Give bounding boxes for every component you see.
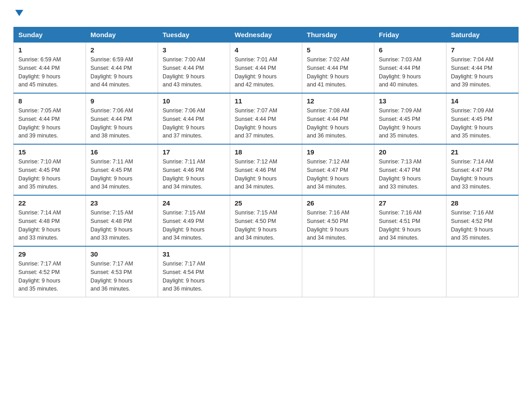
day-info: Sunrise: 7:09 AMSunset: 4:45 PMDaylight:… [379,107,442,140]
day-info: Sunrise: 7:04 AMSunset: 4:44 PMDaylight:… [451,56,514,89]
day-number: 17 [163,148,225,156]
day-number: 22 [18,199,81,207]
day-cell-12: 12Sunrise: 7:08 AMSunset: 4:44 PMDayligh… [302,93,374,144]
day-info: Sunrise: 7:11 AMSunset: 4:45 PMDaylight:… [90,158,153,191]
empty-cell [446,246,519,297]
day-info: Sunrise: 7:12 AMSunset: 4:46 PMDaylight:… [235,158,297,191]
day-cell-31: 31Sunrise: 7:17 AMSunset: 4:54 PMDayligh… [158,246,230,297]
day-cell-18: 18Sunrise: 7:12 AMSunset: 4:46 PMDayligh… [230,144,302,195]
empty-cell [230,246,302,297]
day-cell-22: 22Sunrise: 7:14 AMSunset: 4:48 PMDayligh… [14,195,86,246]
week-row-5: 29Sunrise: 7:17 AMSunset: 4:52 PMDayligh… [14,246,519,297]
day-number: 21 [451,148,514,156]
day-info: Sunrise: 7:16 AMSunset: 4:50 PMDaylight:… [307,209,369,242]
day-info: Sunrise: 7:17 AMSunset: 4:52 PMDaylight:… [18,260,81,293]
col-header-monday: Monday [86,27,158,43]
day-cell-19: 19Sunrise: 7:12 AMSunset: 4:47 PMDayligh… [302,144,374,195]
day-info: Sunrise: 7:01 AMSunset: 4:44 PMDaylight:… [235,56,297,89]
day-number: 15 [18,148,81,156]
day-number: 23 [90,199,153,207]
day-info: Sunrise: 7:02 AMSunset: 4:44 PMDaylight:… [307,56,369,89]
day-info: Sunrise: 7:06 AMSunset: 4:44 PMDaylight:… [163,107,225,140]
day-cell-5: 5Sunrise: 7:02 AMSunset: 4:44 PMDaylight… [302,43,374,94]
day-cell-7: 7Sunrise: 7:04 AMSunset: 4:44 PMDaylight… [446,43,519,94]
calendar-table: SundayMondayTuesdayWednesdayThursdayFrid… [13,27,519,297]
day-info: Sunrise: 7:06 AMSunset: 4:44 PMDaylight:… [90,107,153,140]
day-number: 25 [235,199,297,207]
day-info: Sunrise: 7:09 AMSunset: 4:45 PMDaylight:… [451,107,514,140]
logo-triangle-icon [14,8,24,18]
day-cell-4: 4Sunrise: 7:01 AMSunset: 4:44 PMDaylight… [230,43,302,94]
day-number: 7 [451,46,514,54]
day-number: 26 [307,199,369,207]
day-info: Sunrise: 7:14 AMSunset: 4:47 PMDaylight:… [451,158,514,191]
day-info: Sunrise: 7:17 AMSunset: 4:54 PMDaylight:… [163,260,225,293]
day-cell-11: 11Sunrise: 7:07 AMSunset: 4:44 PMDayligh… [230,93,302,144]
logo [13,9,24,18]
day-cell-2: 2Sunrise: 6:59 AMSunset: 4:44 PMDaylight… [86,43,158,94]
day-info: Sunrise: 7:16 AMSunset: 4:52 PMDaylight:… [451,209,514,242]
day-number: 28 [451,199,514,207]
col-header-sunday: Sunday [14,27,86,43]
day-cell-9: 9Sunrise: 7:06 AMSunset: 4:44 PMDaylight… [86,93,158,144]
day-info: Sunrise: 7:08 AMSunset: 4:44 PMDaylight:… [307,107,369,140]
page-header [13,9,519,18]
day-info: Sunrise: 7:14 AMSunset: 4:48 PMDaylight:… [18,209,81,242]
day-number: 14 [451,97,514,105]
day-info: Sunrise: 7:10 AMSunset: 4:45 PMDaylight:… [18,158,81,191]
day-info: Sunrise: 7:13 AMSunset: 4:47 PMDaylight:… [379,158,442,191]
day-number: 11 [235,97,297,105]
week-row-3: 15Sunrise: 7:10 AMSunset: 4:45 PMDayligh… [14,144,519,195]
day-info: Sunrise: 7:07 AMSunset: 4:44 PMDaylight:… [235,107,297,140]
col-header-saturday: Saturday [446,27,519,43]
empty-cell [374,246,446,297]
day-cell-23: 23Sunrise: 7:15 AMSunset: 4:48 PMDayligh… [86,195,158,246]
day-number: 3 [163,46,225,54]
day-cell-28: 28Sunrise: 7:16 AMSunset: 4:52 PMDayligh… [446,195,519,246]
day-info: Sunrise: 7:05 AMSunset: 4:44 PMDaylight:… [18,107,81,140]
week-row-2: 8Sunrise: 7:05 AMSunset: 4:44 PMDaylight… [14,93,519,144]
day-number: 5 [307,46,369,54]
day-cell-10: 10Sunrise: 7:06 AMSunset: 4:44 PMDayligh… [158,93,230,144]
day-cell-21: 21Sunrise: 7:14 AMSunset: 4:47 PMDayligh… [446,144,519,195]
day-number: 16 [90,148,153,156]
day-number: 8 [18,97,81,105]
col-header-friday: Friday [374,27,446,43]
day-cell-24: 24Sunrise: 7:15 AMSunset: 4:49 PMDayligh… [158,195,230,246]
day-number: 2 [90,46,153,54]
day-info: Sunrise: 7:17 AMSunset: 4:53 PMDaylight:… [90,260,153,293]
day-info: Sunrise: 7:11 AMSunset: 4:46 PMDaylight:… [163,158,225,191]
day-number: 19 [307,148,369,156]
week-row-4: 22Sunrise: 7:14 AMSunset: 4:48 PMDayligh… [14,195,519,246]
day-info: Sunrise: 7:12 AMSunset: 4:47 PMDaylight:… [307,158,369,191]
day-info: Sunrise: 7:15 AMSunset: 4:50 PMDaylight:… [235,209,297,242]
day-number: 18 [235,148,297,156]
day-cell-8: 8Sunrise: 7:05 AMSunset: 4:44 PMDaylight… [14,93,86,144]
day-cell-29: 29Sunrise: 7:17 AMSunset: 4:52 PMDayligh… [14,246,86,297]
days-header-row: SundayMondayTuesdayWednesdayThursdayFrid… [14,27,519,43]
day-number: 10 [163,97,225,105]
day-cell-6: 6Sunrise: 7:03 AMSunset: 4:44 PMDaylight… [374,43,446,94]
empty-cell [302,246,374,297]
col-header-wednesday: Wednesday [230,27,302,43]
day-number: 29 [18,250,81,258]
day-number: 30 [90,250,153,258]
day-cell-30: 30Sunrise: 7:17 AMSunset: 4:53 PMDayligh… [86,246,158,297]
col-header-tuesday: Tuesday [158,27,230,43]
day-cell-20: 20Sunrise: 7:13 AMSunset: 4:47 PMDayligh… [374,144,446,195]
day-cell-17: 17Sunrise: 7:11 AMSunset: 4:46 PMDayligh… [158,144,230,195]
day-info: Sunrise: 7:15 AMSunset: 4:48 PMDaylight:… [90,209,153,242]
day-info: Sunrise: 7:00 AMSunset: 4:44 PMDaylight:… [163,56,225,89]
day-cell-3: 3Sunrise: 7:00 AMSunset: 4:44 PMDaylight… [158,43,230,94]
day-number: 9 [90,97,153,105]
day-cell-26: 26Sunrise: 7:16 AMSunset: 4:50 PMDayligh… [302,195,374,246]
svg-marker-0 [15,10,23,16]
day-number: 4 [235,46,297,54]
day-cell-27: 27Sunrise: 7:16 AMSunset: 4:51 PMDayligh… [374,195,446,246]
day-number: 1 [18,46,81,54]
col-header-thursday: Thursday [302,27,374,43]
day-cell-16: 16Sunrise: 7:11 AMSunset: 4:45 PMDayligh… [86,144,158,195]
day-number: 31 [163,250,225,258]
day-cell-15: 15Sunrise: 7:10 AMSunset: 4:45 PMDayligh… [14,144,86,195]
day-number: 20 [379,148,442,156]
